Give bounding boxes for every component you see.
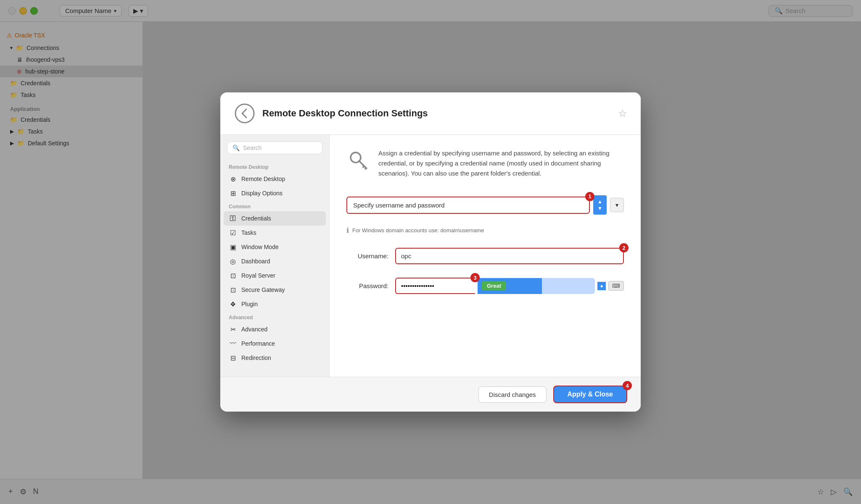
password-row: Password: 3 Great ●	[346, 278, 624, 294]
chevron-down-icon: ▼	[597, 205, 602, 211]
credential-dropdown-button[interactable]: ▾	[610, 198, 624, 212]
discard-button[interactable]: Discard changes	[478, 386, 547, 403]
username-input-wrap: 2	[395, 248, 624, 264]
modal-search[interactable]: 🔍 Search	[227, 142, 322, 154]
badge-2: 2	[619, 243, 629, 252]
chevron-up-icon: ▲	[597, 199, 602, 205]
username-input[interactable]	[395, 248, 624, 264]
intro-text: Assign a credential by specifying userna…	[378, 148, 624, 178]
apply-button-wrap: 4 Apply & Close	[553, 386, 627, 403]
badge-1: 1	[585, 192, 594, 201]
credential-type-section: 1 ▲ ▼ ▾	[346, 195, 624, 215]
nav-item-credentials[interactable]: ⚿ Credentials	[224, 211, 326, 226]
password-label: Password:	[346, 282, 388, 289]
modal-main-content: Assign a credential by specifying userna…	[330, 135, 641, 377]
modal-body: 🔍 Search Remote Desktop ⊗ Remote Desktop…	[220, 135, 641, 377]
tasks-icon: ☑	[229, 228, 237, 237]
star-icon: ☆	[618, 108, 627, 119]
modal-footer: Discard changes 4 Apply & Close	[220, 377, 641, 412]
password-input[interactable]	[395, 278, 475, 294]
nav-item-secure-gateway[interactable]: ⊡ Secure Gateway	[220, 283, 329, 297]
nav-item-redirection[interactable]: ⊟ Redirection	[220, 351, 329, 365]
badge-4: 4	[623, 381, 632, 390]
favorite-button[interactable]: ☆	[618, 108, 627, 119]
key-icon	[346, 148, 370, 172]
credentials-intro: Assign a credential by specifying userna…	[346, 148, 624, 178]
plugin-icon: ❖	[229, 300, 237, 308]
nav-item-royal-server[interactable]: ⊡ Royal Server	[220, 268, 329, 283]
nav-item-advanced[interactable]: ✂ Advanced	[220, 322, 329, 336]
modal-title: Remote Desktop Connection Settings	[262, 108, 611, 119]
eye-toggle[interactable]: ●	[597, 282, 606, 290]
performance-icon: 〰	[229, 339, 237, 348]
search-icon: 🔍	[232, 144, 240, 151]
nav-section-common: Common	[220, 200, 329, 211]
nav-item-remote-desktop[interactable]: ⊗ Remote Desktop	[220, 172, 329, 186]
credentials-icon: ⚿	[229, 214, 237, 223]
dashboard-icon: ◎	[229, 257, 237, 265]
modal-header: Remote Desktop Connection Settings ☆	[220, 92, 641, 135]
redirection-icon: ⊟	[229, 354, 237, 362]
info-icon: ℹ	[346, 226, 349, 234]
nav-item-dashboard[interactable]: ◎ Dashboard	[220, 254, 329, 268]
nav-section-advanced: Advanced	[220, 311, 329, 322]
password-input-wrap: 3	[395, 278, 475, 294]
nav-section-remote-desktop: Remote Desktop	[220, 161, 329, 172]
password-strength-bar: Great	[478, 278, 595, 294]
nav-item-plugin[interactable]: ❖ Plugin	[220, 297, 329, 311]
credential-stepper-button[interactable]: ▲ ▼	[593, 195, 607, 215]
apply-close-button[interactable]: Apply & Close	[553, 386, 627, 403]
window-mode-icon: ▣	[229, 243, 237, 251]
rdp-icon	[234, 102, 256, 124]
svg-point-0	[235, 104, 254, 123]
username-row: Username: 2	[346, 248, 624, 264]
badge-3: 3	[470, 273, 480, 282]
domain-hint: ℹ For Windows domain accounts use: domai…	[346, 226, 624, 234]
strength-label: Great	[482, 281, 506, 290]
display-icon: ⊞	[229, 189, 237, 197]
rdp-nav-icon: ⊗	[229, 175, 237, 183]
nav-item-display-options[interactable]: ⊞ Display Options	[220, 186, 329, 200]
keyboard-button[interactable]: ⌨	[608, 281, 624, 291]
modal-dialog: Remote Desktop Connection Settings ☆ 🔍 S…	[220, 92, 641, 412]
username-label: Username:	[346, 252, 388, 260]
credential-type-input[interactable]	[346, 197, 590, 214]
eye-icon: ●	[600, 283, 603, 289]
credential-type-selector-wrap: 1	[346, 197, 590, 214]
modal-sidebar: 🔍 Search Remote Desktop ⊗ Remote Desktop…	[220, 135, 330, 377]
advanced-icon: ✂	[229, 325, 237, 333]
nav-item-performance[interactable]: 〰 Performance	[220, 336, 329, 351]
nav-item-window-mode[interactable]: ▣ Window Mode	[220, 240, 329, 254]
secure-gateway-icon: ⊡	[229, 286, 237, 294]
royal-server-icon: ⊡	[229, 271, 237, 280]
password-section: 3 Great ● ⌨	[395, 278, 624, 294]
nav-item-tasks[interactable]: ☑ Tasks	[220, 226, 329, 240]
modal-overlay: Remote Desktop Connection Settings ☆ 🔍 S…	[0, 0, 861, 504]
